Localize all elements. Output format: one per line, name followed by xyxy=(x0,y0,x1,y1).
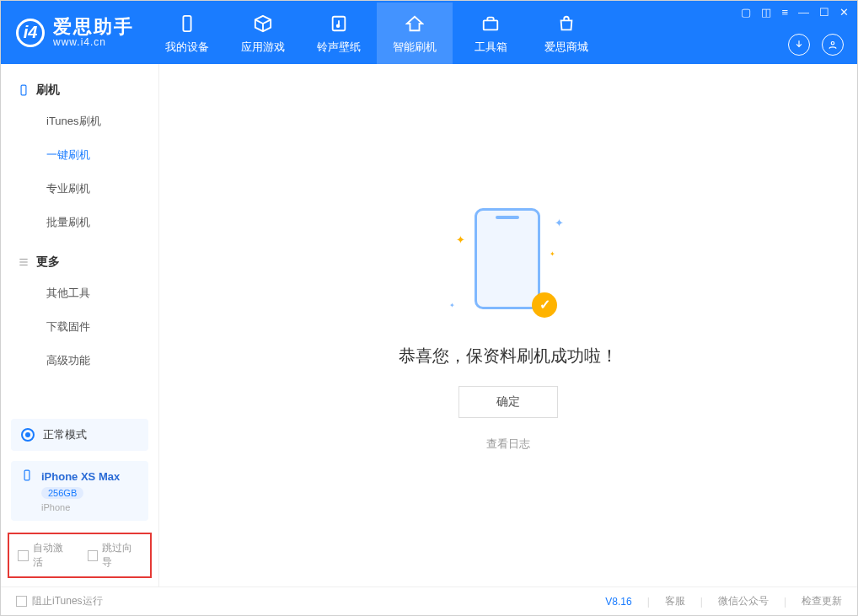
checkmark-badge-icon: ✓ xyxy=(532,292,557,318)
logo-icon: i4 xyxy=(16,19,45,47)
nav-label: 铃声壁纸 xyxy=(317,40,361,55)
svg-point-4 xyxy=(831,42,834,46)
sparkle-icon: ✦ xyxy=(555,217,564,229)
footer-check-update[interactable]: 检查更新 xyxy=(802,594,842,608)
app-logo[interactable]: i4 爱思助手 www.i4.cn xyxy=(1,1,149,64)
footer: 阻止iTunes运行 V8.16 | 客服 | 微信公众号 | 检查更新 xyxy=(1,587,857,615)
account-controls xyxy=(788,34,849,56)
nav-label: 工具箱 xyxy=(475,40,507,55)
device-icon xyxy=(176,13,198,35)
window-controls: ▢ ◫ ≡ — ☐ ✕ xyxy=(741,6,849,19)
list-icon xyxy=(18,256,29,268)
phone-illustration-icon xyxy=(475,208,540,309)
footer-block-itunes-label: 阻止iTunes运行 xyxy=(32,594,103,608)
app-title: 爱思助手 xyxy=(53,17,134,37)
nav-store[interactable]: 爱思商城 xyxy=(528,3,604,64)
nav-label: 爱思商城 xyxy=(544,40,588,55)
footer-customer-service[interactable]: 客服 xyxy=(665,594,685,608)
sidebar-item-advanced[interactable]: 高级功能 xyxy=(1,344,158,378)
section-title: 更多 xyxy=(36,254,60,270)
footer-block-itunes[interactable]: 阻止iTunes运行 xyxy=(16,594,103,608)
sidebar-item-onekey-flash[interactable]: 一键刷机 xyxy=(1,138,158,172)
top-nav: 我的设备 应用游戏 铃声壁纸 智能刷机 工具箱 爱思商城 xyxy=(149,1,732,64)
nav-ringtone-wallpaper[interactable]: 铃声壁纸 xyxy=(301,3,377,64)
svg-rect-5 xyxy=(21,85,26,95)
nav-label: 应用游戏 xyxy=(241,40,285,55)
checkbox-icon xyxy=(16,596,27,607)
logo-text: 爱思助手 www.i4.cn xyxy=(53,17,134,48)
lock-icon[interactable]: ◫ xyxy=(761,6,771,19)
flash-options-box: 自动激活 跳过向导 xyxy=(8,533,152,578)
refresh-icon xyxy=(404,13,426,35)
user-button[interactable] xyxy=(822,34,844,56)
device-info-box[interactable]: iPhone XS Max 256GB iPhone xyxy=(11,461,148,521)
minimize-button[interactable]: — xyxy=(798,6,809,19)
checkbox-skip-guide[interactable]: 跳过向导 xyxy=(88,541,142,570)
shirt-icon[interactable]: ▢ xyxy=(741,6,751,19)
maximize-button[interactable]: ☐ xyxy=(819,6,829,19)
phone-icon xyxy=(18,84,29,96)
checkbox-auto-activate[interactable]: 自动激活 xyxy=(18,541,72,570)
body: 刷机 iTunes刷机 一键刷机 专业刷机 批量刷机 更多 其他工具 下载固件 … xyxy=(1,64,857,587)
phone-icon xyxy=(21,469,33,484)
version-label: V8.16 xyxy=(605,596,631,608)
svg-rect-6 xyxy=(24,470,29,480)
nav-label: 我的设备 xyxy=(165,40,209,55)
checkbox-icon xyxy=(88,550,99,561)
ok-button[interactable]: 确定 xyxy=(458,386,558,418)
sparkle-icon: ✦ xyxy=(449,302,455,309)
result-message: 恭喜您，保资料刷机成功啦！ xyxy=(399,345,618,367)
sidebar-item-batch-flash[interactable]: 批量刷机 xyxy=(1,206,158,239)
sidebar-item-itunes-flash[interactable]: iTunes刷机 xyxy=(1,104,158,138)
nav-label: 智能刷机 xyxy=(393,40,437,55)
svg-rect-3 xyxy=(484,20,498,29)
nav-toolbox[interactable]: 工具箱 xyxy=(453,3,528,64)
footer-wechat[interactable]: 微信公众号 xyxy=(718,594,769,608)
device-name: iPhone XS Max xyxy=(41,470,120,483)
menu-icon[interactable]: ≡ xyxy=(781,6,788,19)
mode-label: 正常模式 xyxy=(43,427,87,442)
main-pane: ✓ ✦ ✦ ✦ ✦ 恭喜您，保资料刷机成功啦！ 确定 查看日志 xyxy=(159,64,857,587)
bag-icon xyxy=(555,13,577,35)
cube-icon xyxy=(252,13,274,35)
nav-apps-games[interactable]: 应用游戏 xyxy=(225,3,301,64)
section-title: 刷机 xyxy=(36,83,60,98)
sidebar-item-download-firmware[interactable]: 下载固件 xyxy=(1,310,158,344)
titlebar-right: ▢ ◫ ≡ — ☐ ✕ xyxy=(732,1,857,64)
sidebar-item-pro-flash[interactable]: 专业刷机 xyxy=(1,172,158,206)
nav-my-device[interactable]: 我的设备 xyxy=(149,3,225,64)
device-capacity: 256GB xyxy=(41,487,83,499)
svg-rect-0 xyxy=(183,15,190,30)
close-button[interactable]: ✕ xyxy=(839,6,849,19)
download-button[interactable] xyxy=(788,34,810,56)
view-log-link[interactable]: 查看日志 xyxy=(486,437,530,452)
device-mode-box[interactable]: 正常模式 xyxy=(11,419,148,451)
checkbox-label: 自动激活 xyxy=(33,541,72,570)
sidebar-section-flash: 刷机 xyxy=(1,76,158,104)
mode-indicator-icon xyxy=(21,428,35,442)
toolbox-icon xyxy=(480,13,501,35)
sidebar-item-other-tools[interactable]: 其他工具 xyxy=(1,276,158,310)
device-type: iPhone xyxy=(41,502,70,512)
checkbox-label: 跳过向导 xyxy=(102,541,142,570)
music-icon xyxy=(328,13,350,35)
success-illustration: ✓ ✦ ✦ ✦ ✦ xyxy=(441,200,576,326)
app-subtitle: www.i4.cn xyxy=(53,37,134,48)
sidebar-section-more: 更多 xyxy=(1,248,158,276)
sparkle-icon: ✦ xyxy=(456,233,465,246)
sparkle-icon: ✦ xyxy=(550,250,555,258)
sidebar: 刷机 iTunes刷机 一键刷机 专业刷机 批量刷机 更多 其他工具 下载固件 … xyxy=(1,64,159,587)
checkbox-icon xyxy=(18,550,29,561)
svg-point-2 xyxy=(337,24,340,27)
titlebar: i4 爱思助手 www.i4.cn 我的设备 应用游戏 铃声壁纸 智能刷机 工具… xyxy=(1,1,857,64)
nav-smart-flash[interactable]: 智能刷机 xyxy=(377,3,453,64)
